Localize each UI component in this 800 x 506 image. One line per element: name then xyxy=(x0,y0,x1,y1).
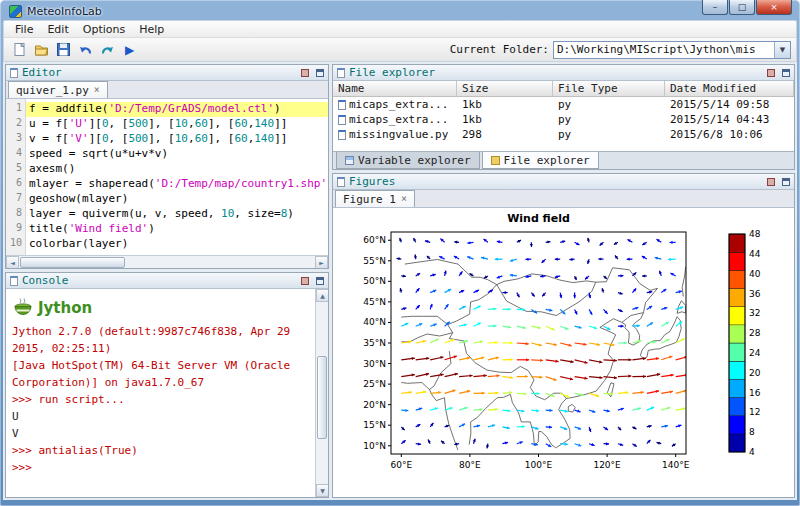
scroll-right-button[interactable]: ► xyxy=(315,256,328,269)
column-header-name[interactable]: Name xyxy=(333,81,457,96)
wind-vector xyxy=(416,323,423,326)
console-body[interactable]: Jython Jython 2.7.0 (default:9987c746f83… xyxy=(6,289,328,497)
tab-close-icon[interactable]: × xyxy=(401,194,407,204)
minimize-button[interactable]: – xyxy=(702,0,728,15)
table-row[interactable]: missingvalue.py298py2015/6/8 10:06 xyxy=(333,127,794,142)
folder-icon xyxy=(491,156,500,165)
table-row[interactable]: micaps_extra...1kbpy2015/5/14 04:43 xyxy=(333,112,794,127)
current-folder-combobox[interactable]: D:\Working\MIScript\Jython\mis ▼ xyxy=(553,41,791,59)
code-line[interactable]: axesm() xyxy=(26,162,328,177)
console-vertical-scrollbar[interactable]: ▲ ▼ xyxy=(315,289,328,497)
wind-vector xyxy=(559,293,562,299)
code-line[interactable]: f = addfile('D:/Temp/GrADS/model.ctl') xyxy=(26,102,328,117)
code-line[interactable]: geoshow(mlayer) xyxy=(26,192,328,207)
wind-vector xyxy=(668,258,676,261)
wind-vector xyxy=(401,374,415,377)
wind-vector xyxy=(439,256,444,259)
editor-gutter: 12345678910 xyxy=(6,99,26,255)
console-line: >>> antialias(True) xyxy=(12,442,313,459)
code-line[interactable]: title('Wind field') xyxy=(26,222,328,237)
tab-figure-1[interactable]: Figure 1 × xyxy=(335,190,415,207)
run-script-button[interactable]: ▶ xyxy=(119,40,140,60)
wind-vector xyxy=(657,239,662,242)
cell-text: py xyxy=(558,113,571,126)
maximize-icon[interactable] xyxy=(316,69,324,77)
column-header-date-modified[interactable]: Date Modified xyxy=(665,81,794,96)
column-header-size[interactable]: Size xyxy=(457,81,553,96)
wind-vector xyxy=(618,358,632,361)
wind-vector xyxy=(560,427,567,430)
menu-item-file[interactable]: File xyxy=(8,22,40,37)
y-tick-label: 20°N xyxy=(363,400,386,410)
wind-vector xyxy=(661,322,669,326)
scroll-left-button[interactable]: ◄ xyxy=(6,256,19,269)
app-window: MeteoInfoLab – □ × FileEditOptionsHelp ▶… xyxy=(0,0,800,506)
colorbar-tick-label: 16 xyxy=(749,388,761,398)
line-number: 9 xyxy=(6,222,25,237)
code-line[interactable]: u = f['U'][0, [500], [10,60], [60,140]] xyxy=(26,117,328,132)
wind-vector xyxy=(416,288,420,292)
code-editor[interactable]: 12345678910 f = addfile('D:/Temp/GrADS/m… xyxy=(6,99,328,255)
float-icon[interactable] xyxy=(767,178,775,186)
tab-quiver-1-py[interactable]: quiver_1.py × xyxy=(8,81,108,98)
scroll-up-button[interactable]: ▲ xyxy=(316,289,328,302)
wind-vector xyxy=(517,392,527,395)
wind-vector xyxy=(542,293,546,297)
code-line[interactable]: colorbar(layer) xyxy=(26,237,328,252)
tab-variable-explorer[interactable]: Variable explorer xyxy=(336,152,480,169)
wind-vector xyxy=(647,390,659,394)
float-icon[interactable] xyxy=(767,69,775,77)
close-button[interactable]: × xyxy=(756,0,792,15)
save-button[interactable] xyxy=(53,40,74,60)
maximize-button[interactable]: □ xyxy=(729,0,755,15)
redo-button[interactable] xyxy=(97,40,118,60)
wind-vector xyxy=(560,309,565,314)
wind-vector xyxy=(430,356,443,360)
wind-vector xyxy=(614,242,618,245)
table-cell: 2015/5/14 04:43 xyxy=(665,113,794,126)
code-line[interactable]: v = f['V'][0, [500], [10,60], [60,140]] xyxy=(26,132,328,147)
scrollbar-thumb[interactable] xyxy=(317,356,327,439)
wind-vector xyxy=(618,427,621,430)
wind-vector xyxy=(430,274,436,277)
line-number: 5 xyxy=(6,162,25,177)
combobox-dropdown-button[interactable]: ▼ xyxy=(774,42,790,58)
py-file-icon xyxy=(338,130,346,140)
wind-vector xyxy=(517,425,525,428)
maximize-icon[interactable] xyxy=(782,178,790,186)
wind-vector xyxy=(589,410,595,413)
table-cell: py xyxy=(553,128,665,141)
colorbar-tick-label: 32 xyxy=(749,308,760,318)
code-line[interactable]: speed = sqrt(u*u+v*v) xyxy=(26,147,328,162)
menu-item-options[interactable]: Options xyxy=(76,22,132,37)
code-line[interactable]: layer = quiverm(u, v, speed, 10, size=8) xyxy=(26,207,328,222)
scroll-down-button[interactable]: ▼ xyxy=(316,484,328,497)
editor-horizontal-scrollbar[interactable]: ◄ ► xyxy=(6,255,328,268)
wind-vector xyxy=(589,443,595,446)
float-icon[interactable] xyxy=(301,277,309,285)
undo-button[interactable] xyxy=(75,40,96,60)
scrollbar-thumb[interactable] xyxy=(20,257,125,268)
menu-item-help[interactable]: Help xyxy=(132,22,171,37)
float-icon[interactable] xyxy=(301,69,309,77)
title-bar[interactable]: MeteoInfoLab – □ × xyxy=(3,0,797,20)
wind-vector xyxy=(542,259,546,263)
wind-vector xyxy=(575,444,582,447)
maximize-icon[interactable] xyxy=(782,69,790,77)
menu-item-edit[interactable]: Edit xyxy=(40,22,75,37)
figures-tab-bar: Figure 1 × xyxy=(333,190,794,208)
open-file-button[interactable] xyxy=(31,40,52,60)
column-header-file-type[interactable]: File Type xyxy=(553,81,665,96)
editor-code[interactable]: f = addfile('D:/Temp/GrADS/model.ctl')u … xyxy=(26,99,328,255)
tab-close-icon[interactable]: × xyxy=(94,85,100,95)
wind-vector xyxy=(474,290,479,293)
tab-file-explorer[interactable]: File explorer xyxy=(482,152,599,169)
cell-text: 2015/5/14 04:43 xyxy=(670,113,769,126)
new-file-button[interactable] xyxy=(9,40,30,60)
wind-vector xyxy=(425,240,430,243)
code-line[interactable]: mlayer = shaperead('D:/Temp/map/country1… xyxy=(26,177,328,192)
maximize-icon[interactable] xyxy=(316,277,324,285)
wind-vector xyxy=(589,393,599,397)
wind-vector xyxy=(632,307,638,310)
table-row[interactable]: micaps_extra...1kbpy2015/5/14 09:58 xyxy=(333,97,794,112)
